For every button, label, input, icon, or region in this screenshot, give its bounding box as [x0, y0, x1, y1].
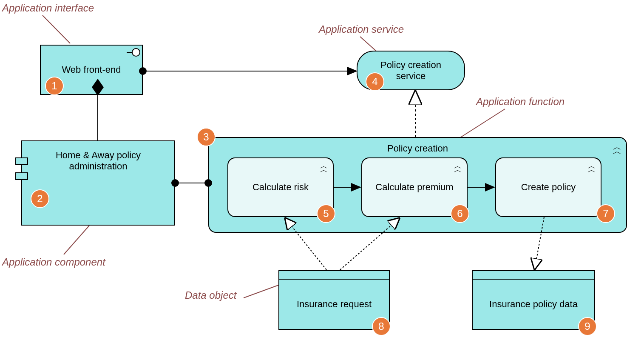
chevron-icon: ︿︿ — [588, 164, 596, 172]
label-app-component: Application component — [2, 256, 105, 268]
label-app-service: Application service — [319, 23, 404, 35]
element-insurance-policy-data-label: Insurance policy data — [473, 280, 594, 329]
label-app-interface: Application interface — [2, 2, 94, 14]
data-box-header — [279, 271, 389, 280]
svg-line-0 — [43, 15, 70, 43]
svg-line-4 — [244, 285, 278, 298]
element-insurance-policy-data: Insurance policy data — [472, 270, 595, 330]
element-calculate-risk: Calculate risk — [227, 157, 334, 217]
chevron-icon: ︿︿ — [613, 145, 621, 153]
element-web-frontend-label: Web front-end — [49, 64, 133, 75]
element-calculate-premium-label: Calculate premium — [363, 182, 466, 193]
component-notch-1 — [15, 157, 28, 165]
element-home-away-policy-label: Home & Away policy administration — [31, 150, 166, 172]
svg-line-3 — [460, 109, 505, 137]
element-create-policy: Create policy — [495, 157, 601, 217]
chevron-icon: ︿︿ — [320, 164, 328, 172]
svg-line-2 — [64, 226, 89, 254]
marker-3: 3 — [197, 128, 216, 146]
chevron-icon: ︿︿ — [454, 164, 462, 172]
label-data-object: Data object — [185, 289, 236, 301]
element-insurance-request: Insurance request — [278, 270, 390, 330]
marker-2: 2 — [31, 189, 49, 208]
element-calculate-risk-label: Calculate risk — [240, 182, 321, 193]
element-home-away-policy: Home & Away policy administration — [21, 140, 175, 226]
component-notch-2 — [15, 172, 28, 180]
element-calculate-premium: Calculate premium — [361, 157, 468, 217]
lollipop-icon — [132, 48, 140, 57]
element-create-policy-label: Create policy — [508, 182, 588, 193]
svg-line-1 — [360, 37, 376, 51]
data-box-header — [473, 271, 594, 280]
element-insurance-request-label: Insurance request — [279, 280, 389, 329]
element-policy-creation-label: Policy creation — [209, 143, 626, 154]
label-app-function: Application function — [476, 96, 565, 108]
marker-1: 1 — [45, 77, 64, 95]
